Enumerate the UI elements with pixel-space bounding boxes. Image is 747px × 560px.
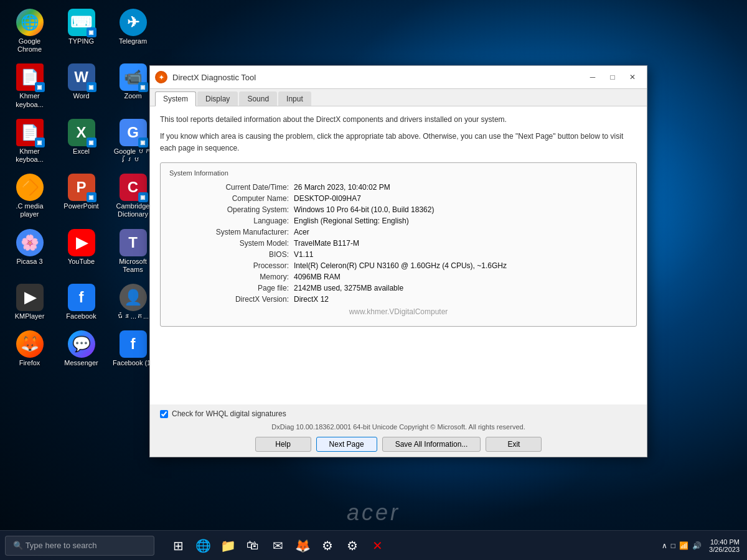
- sysinfo-label: DirectX Version:: [169, 295, 294, 304]
- icon-label-powerpoint: PowerPoint: [63, 202, 98, 210]
- sysinfo-label: Memory:: [169, 273, 294, 281]
- desktop-icon-messenger[interactable]: 💬 Messenger: [58, 328, 105, 370]
- whql-checkbox-row: Check for WHQL digital signatures: [160, 409, 637, 418]
- tab-display[interactable]: Display: [197, 91, 238, 106]
- taskbar-mail-icon[interactable]: ✉: [266, 534, 289, 557]
- system-tray: ∧ □ 📶 🔊: [657, 541, 707, 550]
- footer-buttons: Help Next Page Save All Information... E…: [160, 437, 637, 452]
- icon-img-teams: T: [120, 229, 147, 256]
- minimize-button[interactable]: ─: [583, 70, 602, 85]
- sysinfo-title: System Information: [169, 169, 627, 177]
- desktop-icon-kmplayer[interactable]: ▶ KMPlayer: [6, 281, 53, 323]
- intro-text-1: This tool reports detailed information a…: [160, 114, 637, 126]
- icon-label-facebook2: Facebook (1): [113, 359, 153, 367]
- sysinfo-row: Page file: 2142MB used, 3275MB available: [169, 284, 627, 292]
- window-titlebar: ✦ DirectX Diagnostic Tool ─ □ ✕: [150, 66, 647, 89]
- desktop-icon-facebook[interactable]: f Facebook: [58, 281, 105, 323]
- icon-label-messenger: Messenger: [64, 359, 98, 367]
- taskbar-explorer-icon[interactable]: 📁: [217, 534, 239, 557]
- help-button[interactable]: Help: [255, 437, 311, 452]
- save-all-button[interactable]: Save All Information...: [382, 437, 481, 452]
- icon-img-picasa: 🌸: [16, 229, 44, 256]
- desktop-icon-word[interactable]: W ▣ Word: [58, 61, 105, 111]
- window-content: This tool reports detailed information a…: [150, 106, 647, 404]
- taskbar: 🔍 Type here to search ⊞ 🌐 📁 🛍 ✉ 🦊 ⚙ ⚙ ✕ …: [0, 530, 747, 560]
- icon-label-typing: TYPING: [68, 37, 94, 45]
- icon-label-google-chrome: Google Chrome: [9, 37, 50, 54]
- window-footer: Check for WHQL digital signatures DxDiag…: [150, 404, 647, 457]
- icon-label-firefox: Firefox: [19, 359, 40, 367]
- sysinfo-value: English (Regional Setting: English): [294, 217, 627, 225]
- sysinfo-label: System Model:: [169, 239, 294, 248]
- whql-label: Check for WHQL digital signatures: [172, 409, 286, 418]
- taskbar-chrome-icon[interactable]: ⚙: [316, 534, 339, 557]
- icon-img-messenger: 💬: [68, 330, 95, 358]
- next-page-button[interactable]: Next Page: [316, 437, 377, 452]
- sysinfo-value: 26 March 2023, 10:40:02 PM: [294, 183, 627, 192]
- taskbar-x-icon[interactable]: ✕: [366, 534, 388, 557]
- icon-label-facebook: Facebook: [66, 312, 96, 320]
- sysinfo-label: Page file:: [169, 284, 294, 292]
- icon-label-teams: Microsoft Teams: [112, 258, 154, 274]
- desktop-icon-picasa[interactable]: 🌸 Picasa 3: [6, 226, 53, 276]
- exit-button[interactable]: Exit: [486, 437, 542, 452]
- tray-network-icon: 📶: [679, 541, 688, 550]
- directx-window: ✦ DirectX Diagnostic Tool ─ □ ✕ System D…: [149, 65, 647, 457]
- desktop-icon-pdf[interactable]: 📄 ▣ Khmer keyboa...: [6, 61, 53, 111]
- close-button[interactable]: ✕: [623, 70, 642, 85]
- window-app-icon: ✦: [155, 71, 167, 83]
- whql-checkbox[interactable]: [160, 410, 168, 418]
- sysinfo-row: Computer Name: DESKTOP-0I09HA7: [169, 194, 627, 203]
- taskbar-edge-icon[interactable]: 🌐: [192, 534, 214, 557]
- sysinfo-value: Windows 10 Pro 64-bit (10.0, Build 18362…: [294, 205, 627, 214]
- sysinfo-label: Processor:: [169, 261, 294, 270]
- taskbar-center: ⊞ 🌐 📁 🛍 ✉ 🦊 ⚙ ⚙ ✕: [167, 534, 388, 557]
- icon-img-facebook: f: [68, 284, 95, 311]
- desktop-icon-firefox[interactable]: 🦊 Firefox: [6, 328, 53, 370]
- desktop-icon-google-chrome[interactable]: 🌐 Google Chrome: [6, 6, 53, 56]
- taskbar-store-icon[interactable]: 🛍: [242, 534, 264, 557]
- tray-chevron-icon[interactable]: ∧: [662, 541, 667, 550]
- icon-img-facebook2: f: [120, 330, 147, 358]
- search-icon: 🔍: [13, 541, 23, 550]
- icon-badge-excel: ▣: [87, 138, 96, 147]
- icon-img-youtube: ▶: [68, 229, 95, 256]
- desktop-icon-vlc[interactable]: 🔶 .C media player: [6, 171, 53, 221]
- sysinfo-row: Operating System: Windows 10 Pro 64-bit …: [169, 205, 627, 214]
- taskbar-firefox-icon[interactable]: 🦊: [291, 534, 314, 557]
- icon-img-word: W ▣: [68, 63, 95, 91]
- sysinfo-label: Language:: [169, 217, 294, 225]
- desktop-icon-excel[interactable]: X ▣ Excel: [58, 116, 105, 166]
- desktop-icon-typing[interactable]: ⌨ ▣ TYPING: [58, 6, 105, 56]
- system-clock[interactable]: 10:40 PM 3/26/2023: [709, 538, 740, 553]
- desktop-icon-youtube[interactable]: ▶ YouTube: [58, 226, 105, 276]
- sysinfo-row: DirectX Version: DirectX 12: [169, 295, 627, 304]
- icon-label-vlc: .C media player: [9, 202, 50, 218]
- taskbar-search[interactable]: 🔍 Type here to search: [5, 536, 154, 556]
- icon-label-cambridge: Cambridge Dictionary: [112, 202, 154, 218]
- icon-img-powerpoint: P ▣: [68, 174, 95, 201]
- sysinfo-value: V1.11: [294, 250, 627, 259]
- desktop-icon-powerpoint[interactable]: P ▣ PowerPoint: [58, 171, 105, 221]
- icon-img-khmer-kb: 📄 ▣: [16, 119, 44, 146]
- search-placeholder: Type here to search: [26, 541, 97, 550]
- tab-system[interactable]: System: [155, 91, 196, 106]
- taskbar-settings-icon[interactable]: ⚙: [341, 534, 364, 557]
- icon-img-zoom: 📹 ▣: [120, 63, 147, 91]
- window-controls: ─ □ ✕: [583, 70, 642, 85]
- desktop-icon-telegram[interactable]: ✈ Telegram: [110, 6, 156, 56]
- sysinfo-label: System Manufacturer:: [169, 228, 294, 236]
- maximize-button[interactable]: □: [603, 70, 622, 85]
- desktop-icon-khmer-kb[interactable]: 📄 ▣ Khmer keyboa...: [6, 116, 53, 166]
- icon-label-pdf: Khmer keyboa...: [9, 92, 50, 108]
- icon-img-excel: X ▣: [68, 119, 95, 146]
- icon-label-kmplayer: KMPlayer: [15, 312, 45, 320]
- tab-sound[interactable]: Sound: [239, 91, 277, 106]
- sysinfo-value: 2142MB used, 3275MB available: [294, 284, 627, 292]
- taskbar-start-icon[interactable]: ⊞: [167, 534, 189, 557]
- acer-logo: acer: [347, 500, 400, 526]
- intro-text-2: If you know which area is causing the pr…: [160, 131, 637, 154]
- tab-input[interactable]: Input: [278, 91, 311, 106]
- sysinfo-row: BIOS: V1.11: [169, 250, 627, 259]
- sysinfo-value: DESKTOP-0I09HA7: [294, 194, 627, 203]
